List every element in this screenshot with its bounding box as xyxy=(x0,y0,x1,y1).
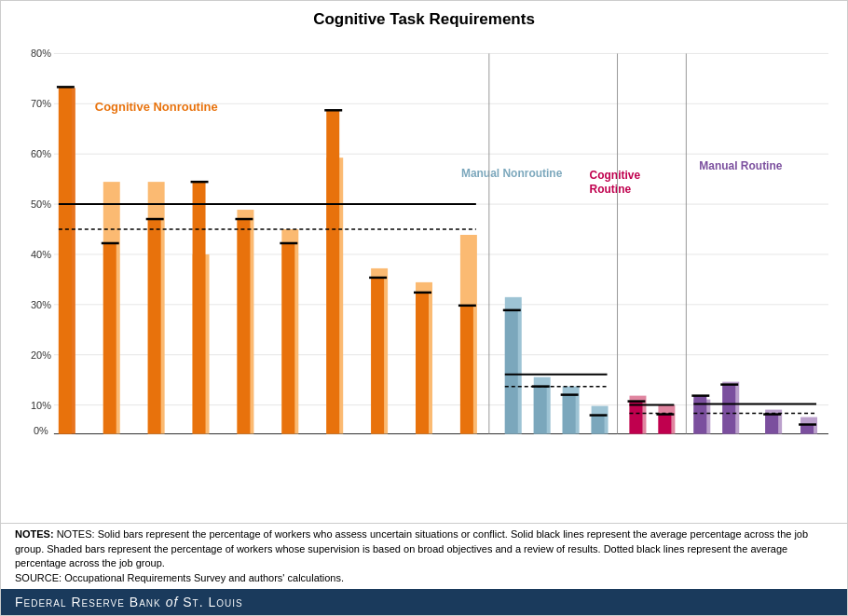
bar-tmm-solid xyxy=(800,425,814,434)
xlabel-oas: Office and xyxy=(667,435,703,437)
bar-ade-solid xyxy=(416,293,429,434)
svg-text:40%: 40% xyxy=(31,249,51,260)
bar-cm-solid xyxy=(148,219,161,433)
page: Cognitive Task Requirements 80% 70% 60% … xyxy=(0,0,848,616)
bar-ce-solid xyxy=(693,396,706,434)
xlabel-ce: Construction and Extraction xyxy=(703,435,786,437)
footer: Federal Reserve Bank of St. Louis xyxy=(1,589,847,615)
xlabel-ade: Arts, Design, Entertainment, xyxy=(425,435,511,437)
bar-bfo-solid xyxy=(103,243,116,434)
bar-lpss-solid xyxy=(237,219,250,433)
notes-text: NOTES: NOTES: Solid bars represent the p… xyxy=(15,527,833,585)
bar-etl-solid xyxy=(371,278,384,434)
source-content: SOURCE: Occupational Requirements Survey… xyxy=(15,572,344,583)
cr-label1: Cognitive xyxy=(590,169,641,182)
chart-title: Cognitive Task Requirements xyxy=(15,10,833,29)
svg-text:70%: 70% xyxy=(31,98,51,109)
xlabel-prod: Production xyxy=(774,435,812,437)
footer-text: Federal Reserve Bank of St. Louis xyxy=(15,595,243,609)
xlabel-sr: Sales and Related xyxy=(638,435,697,437)
xlabel-ae: Architecture and Engineering xyxy=(201,435,289,437)
bar-prod-solid xyxy=(765,415,778,434)
xlabel-cm: Computer and Mathematical xyxy=(157,435,242,437)
cn-label: Cognitive Nonroutine xyxy=(95,100,218,114)
chart-container: 80% 70% 60% 50% 40% 30% 20% 10% 0% xyxy=(15,36,833,437)
chart-area: Cognitive Task Requirements 80% 70% 60% … xyxy=(1,1,847,523)
bar-ae-solid xyxy=(193,182,206,433)
xlabel-tmm: Transportation and xyxy=(810,435,833,437)
svg-text:0%: 0% xyxy=(34,425,48,436)
chart-svg: 80% 70% 60% 50% 40% 30% 20% 10% 0% xyxy=(15,36,833,437)
bar-imr-solid xyxy=(722,385,735,434)
svg-text:30%: 30% xyxy=(31,299,51,310)
xlabel-hpt: Healthcare Practitioners xyxy=(469,435,542,437)
cr-label2: Routine xyxy=(590,183,632,196)
bar-fp-solid xyxy=(534,387,547,434)
xlabel-fp: Food Preparation xyxy=(542,435,598,437)
bar-hs-solid xyxy=(505,310,518,434)
bar-oas-solid xyxy=(658,415,671,434)
bar-pcs-solid xyxy=(592,416,605,434)
xlabel-imr: Installation, Maintenance xyxy=(732,435,808,437)
mr-label1: Manual Routine xyxy=(699,159,782,172)
xlabel-etl: Education, Training and Library xyxy=(380,435,474,437)
svg-text:10%: 10% xyxy=(31,400,51,411)
notes-bold: NOTES: xyxy=(15,528,54,540)
bar-hpt-solid xyxy=(460,306,473,434)
xlabel-hs: Healthcare Support xyxy=(513,435,575,437)
bar-mgmt-solid xyxy=(59,87,72,433)
svg-text:50%: 50% xyxy=(31,198,51,210)
svg-text:80%: 80% xyxy=(31,48,51,59)
xlabel-css: Community and Social Service xyxy=(291,435,383,437)
notes-area: NOTES: NOTES: Solid bars represent the p… xyxy=(1,523,847,589)
mn-label: Manual Nonroutine xyxy=(461,167,563,180)
bar-legal-solid xyxy=(326,110,339,433)
bar-bg-solid xyxy=(563,395,576,434)
bar-sr-solid xyxy=(629,402,642,434)
xlabel-bg: Building and Grounds Cleaning, xyxy=(571,435,666,437)
xlabel-bfo: Business and xyxy=(112,435,157,437)
xlabel-legal: Legal xyxy=(335,435,358,437)
svg-text:60%: 60% xyxy=(31,148,51,159)
bar-css-solid xyxy=(281,243,294,434)
notes-content: NOTES: Solid bars represent the percenta… xyxy=(15,528,808,568)
xlabel-mgmt: Management xyxy=(67,435,111,437)
xlabel-pcs: Personal Care and Service xyxy=(600,435,682,437)
svg-text:20%: 20% xyxy=(31,349,51,361)
